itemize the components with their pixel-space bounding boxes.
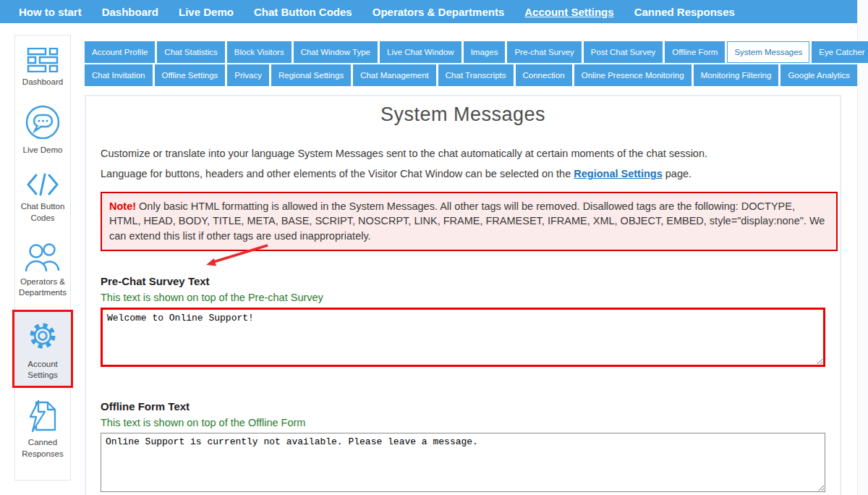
tab-eye-catcher[interactable]: Eye Catcher <box>812 41 868 63</box>
tab-block-visitors[interactable]: Block Visitors <box>227 41 292 63</box>
nav-item-chat-button-codes[interactable]: Chat Button Codes <box>244 6 362 18</box>
chat-bubble-icon <box>25 104 61 140</box>
note-label: Note! <box>109 200 136 212</box>
gear-icon <box>24 317 61 355</box>
nav-item-dashboard[interactable]: Dashboard <box>92 6 169 18</box>
sidebar-item-label: Live Demo <box>23 145 63 156</box>
sidebar-item-label: Canned Responses <box>17 437 69 459</box>
intro-2-suffix: page. <box>663 168 692 179</box>
tab-offline-form[interactable]: Offline Form <box>665 41 725 63</box>
tab-regional-settings[interactable]: Regional Settings <box>271 64 351 86</box>
tab-online-presence-monitoring[interactable]: Online Presence Monitoring <box>574 64 692 86</box>
note-box: Note! Only basic HTML formatting is allo… <box>101 192 838 251</box>
nav-item-operators-departments[interactable]: Operators & Departments <box>362 6 515 18</box>
tabs-row-2: Chat Invitation Offline Settings Privacy… <box>85 64 851 86</box>
pre-chat-survey-label: Pre-Chat Survey Text <box>101 275 825 287</box>
sidebar-item-canned-responses[interactable]: Canned Responses <box>15 394 70 464</box>
sidebar-item-label: Account Settings <box>16 359 69 381</box>
top-navigation: How to start Dashboard Live Demo Chat Bu… <box>0 0 857 23</box>
tab-chat-invitation[interactable]: Chat Invitation <box>85 64 153 86</box>
sidebar-item-label: Chat Button Codes <box>17 201 69 223</box>
sidebar-item-chat-button-codes[interactable]: Chat Button Codes <box>15 167 70 228</box>
tab-google-analytics[interactable]: Google Analytics <box>780 64 857 86</box>
dashboard-icon <box>27 48 59 72</box>
sidebar: Dashboard Live Demo Chat Button Codes <box>14 35 71 481</box>
sidebar-item-dashboard[interactable]: Dashboard <box>15 43 70 93</box>
settings-tabs: Account Profile Chat Statistics Block Vi… <box>85 41 851 88</box>
tab-chat-transcripts[interactable]: Chat Transcripts <box>438 64 514 86</box>
offline-form-label: Offline Form Text <box>101 400 825 412</box>
nav-item-account-settings[interactable]: Account Settings <box>514 6 624 18</box>
intro-paragraph-2: Language for buttons, headers and other … <box>101 168 825 180</box>
regional-settings-link[interactable]: Regional Settings <box>574 168 662 179</box>
tab-privacy[interactable]: Privacy <box>227 64 269 86</box>
sidebar-item-account-settings[interactable]: Account Settings <box>12 310 73 388</box>
people-icon <box>25 240 60 272</box>
tab-images[interactable]: Images <box>464 41 506 63</box>
sidebar-item-label: Operators & Departments <box>17 276 69 298</box>
code-icon <box>27 172 59 197</box>
tab-account-profile[interactable]: Account Profile <box>85 41 155 63</box>
nav-item-canned-responses[interactable]: Canned Responses <box>624 6 745 18</box>
tab-live-chat-window[interactable]: Live Chat Window <box>380 41 461 63</box>
page-title: System Messages <box>101 103 825 126</box>
tab-pre-chat-survey[interactable]: Pre-chat Survey <box>507 41 581 63</box>
pre-chat-survey-textarea[interactable]: Welcome to Online Support! <box>101 308 825 367</box>
scrollbar-track[interactable] <box>857 0 868 495</box>
content-panel: System Messages Customize or translate i… <box>85 95 841 495</box>
intro-paragraph-1: Customize or translate into your languag… <box>101 148 825 160</box>
tab-offline-settings[interactable]: Offline Settings <box>155 64 226 86</box>
pre-chat-help-text: This text is shown on top of the Pre-cha… <box>101 292 825 303</box>
nav-item-how-to-start[interactable]: How to start <box>9 6 92 18</box>
offline-form-textarea[interactable]: Online Support is currently not availabl… <box>101 433 825 492</box>
sidebar-item-label: Dashboard <box>22 77 63 88</box>
offline-form-help-text: This text is shown on top of the Offline… <box>101 417 825 428</box>
tab-monitoring-filtering[interactable]: Monitoring Filtering <box>694 64 779 86</box>
tab-post-chat-survey[interactable]: Post Chat Survey <box>584 41 663 63</box>
tab-connection[interactable]: Connection <box>516 64 572 86</box>
note-text: Only basic HTML formatting is allowed in… <box>109 200 825 242</box>
tab-system-messages[interactable]: System Messages <box>727 41 809 63</box>
lightning-page-icon <box>26 399 59 433</box>
tab-chat-management[interactable]: Chat Management <box>353 64 436 86</box>
nav-item-live-demo[interactable]: Live Demo <box>169 6 244 18</box>
tab-chat-window-type[interactable]: Chat Window Type <box>294 41 378 63</box>
tab-chat-statistics[interactable]: Chat Statistics <box>157 41 225 63</box>
intro-2-prefix: Language for buttons, headers and other … <box>101 168 574 179</box>
sidebar-item-operators-departments[interactable]: Operators & Departments <box>15 235 70 303</box>
tabs-row-1: Account Profile Chat Statistics Block Vi… <box>85 41 851 63</box>
sidebar-item-live-demo[interactable]: Live Demo <box>15 99 70 161</box>
